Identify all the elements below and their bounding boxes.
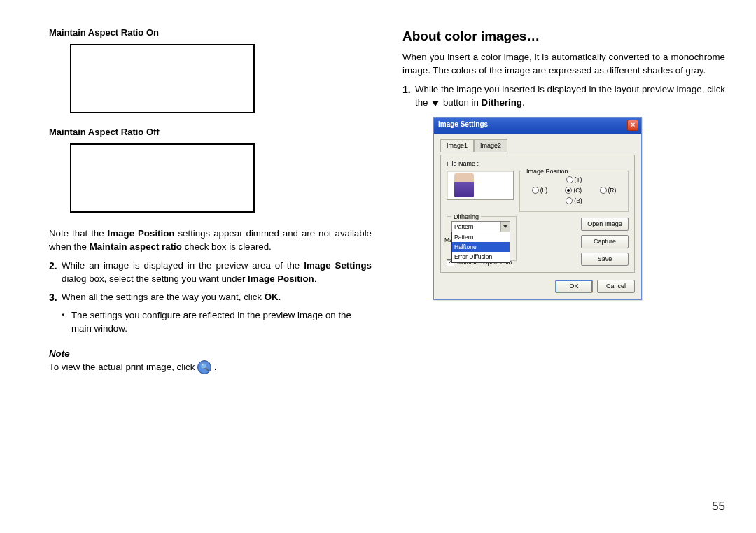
radio-center[interactable] [565, 187, 572, 194]
note-line: To view the actual print image, click 🔍 … [49, 360, 372, 374]
step-2-number: 2. [49, 259, 62, 286]
step-3-bullet: • The settings you configure are reflect… [62, 308, 372, 336]
maintain-aspect-term: Maintain aspect ratio [90, 241, 182, 252]
aspect-off-heading: Maintain Aspect Ratio Off [49, 126, 372, 139]
page-number: 55 [712, 499, 725, 513]
step-2: 2. While an image is displayed in the pr… [49, 259, 372, 286]
section-title: About color images… [402, 27, 725, 46]
dialog-titlebar: Image Settings ✕ [434, 118, 641, 134]
cancel-button[interactable]: Cancel [597, 280, 635, 293]
radio-bottom[interactable] [566, 197, 573, 204]
radio-top[interactable] [566, 176, 573, 183]
intro-paragraph: When you insert a color image, it is aut… [402, 50, 725, 78]
image-position-fieldset: Image Position (T) (L) (C) (R) [519, 171, 629, 212]
tab-strip: Image1Image2 [440, 138, 635, 152]
dithering-fieldset: Dithering Pattern Pattern Halftone Error… [447, 216, 517, 261]
radio-left[interactable] [532, 187, 539, 194]
dithering-combo[interactable]: Pattern Pattern Halftone Error Diffusion [451, 221, 510, 232]
chevron-down-icon[interactable] [500, 222, 510, 232]
triangle-down-icon [432, 101, 439, 106]
save-button[interactable]: Save [581, 253, 629, 266]
dithering-dropdown-list: Pattern Halftone Error Diffusion [451, 232, 510, 263]
aspect-on-box [70, 44, 255, 113]
ok-button[interactable]: OK [555, 280, 593, 293]
open-image-button[interactable]: Open Image [581, 218, 629, 231]
aspect-on-heading: Maintain Aspect Ratio On [49, 27, 372, 40]
radio-right[interactable] [600, 187, 607, 194]
combo-opt-errordiffusion[interactable]: Error Diffusion [452, 252, 510, 262]
note-heading: Note [49, 347, 372, 360]
magnify-icon: 🔍 [197, 360, 211, 374]
combo-opt-halftone[interactable]: Halftone [452, 242, 510, 252]
step-3: 3. When all the settings are the way you… [49, 290, 372, 304]
image-preview [447, 171, 514, 200]
step-3-number: 3. [49, 290, 62, 304]
right-column: About color images… When you insert a co… [402, 27, 725, 519]
step-1: 1. While the image you inserted is displ… [402, 83, 725, 110]
note-paragraph: Note that the Image Position settings ap… [49, 227, 372, 254]
avatar-image [454, 173, 474, 197]
image-position-term: Image Position [108, 228, 175, 239]
capture-button[interactable]: Capture [581, 235, 629, 248]
close-icon[interactable]: ✕ [627, 120, 638, 131]
combo-opt-pattern[interactable]: Pattern [452, 232, 510, 242]
left-column: Maintain Aspect Ratio On Maintain Aspect… [49, 27, 372, 519]
tab-image1[interactable]: Image1 [440, 139, 474, 152]
step-1-number: 1. [402, 83, 415, 110]
aspect-off-box [70, 143, 255, 213]
image-settings-dialog: Image Settings ✕ Image1Image2 File Name … [433, 117, 642, 301]
tab-image2[interactable]: Image2 [474, 139, 507, 152]
dialog-title: Image Settings [438, 120, 488, 130]
